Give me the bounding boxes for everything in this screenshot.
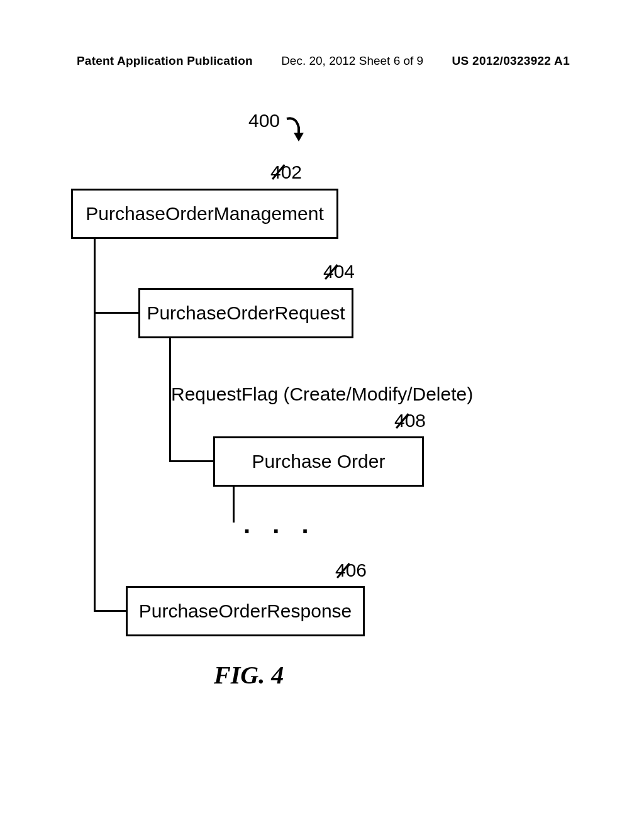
tree-vertical-dots xyxy=(233,487,235,523)
box-purchase-order-response: PurchaseOrderResponse xyxy=(126,586,365,636)
box-purchase-order-request: PurchaseOrderRequest xyxy=(138,288,353,338)
box-402-text: PurchaseOrderManagement xyxy=(86,203,324,224)
box-purchase-order-management: PurchaseOrderManagement xyxy=(71,189,338,239)
ellipsis-dots: . . . xyxy=(243,511,316,539)
box-408-text: Purchase Order xyxy=(252,451,386,472)
box-406-text: PurchaseOrderResponse xyxy=(139,600,352,622)
box-404-text: PurchaseOrderRequest xyxy=(147,302,345,324)
box-purchase-order: Purchase Order xyxy=(213,436,424,487)
header-center: Dec. 20, 2012 Sheet 6 of 9 xyxy=(281,54,423,68)
label-400: 400 xyxy=(248,110,280,131)
text-request-flag: RequestFlag (Create/Modify/Delete) xyxy=(171,384,473,405)
page-header: Patent Application Publication Dec. 20, … xyxy=(0,54,644,68)
header-left: Patent Application Publication xyxy=(77,54,253,68)
arrow-400-icon xyxy=(285,115,310,147)
tree-horizontal-404 xyxy=(94,312,139,314)
figure-caption: FIG. 4 xyxy=(214,660,284,690)
header-right: US 2012/0323922 A1 xyxy=(452,54,570,68)
tree-horizontal-408 xyxy=(169,460,214,462)
tree-vertical-main xyxy=(94,239,96,611)
tree-horizontal-406 xyxy=(94,610,126,612)
